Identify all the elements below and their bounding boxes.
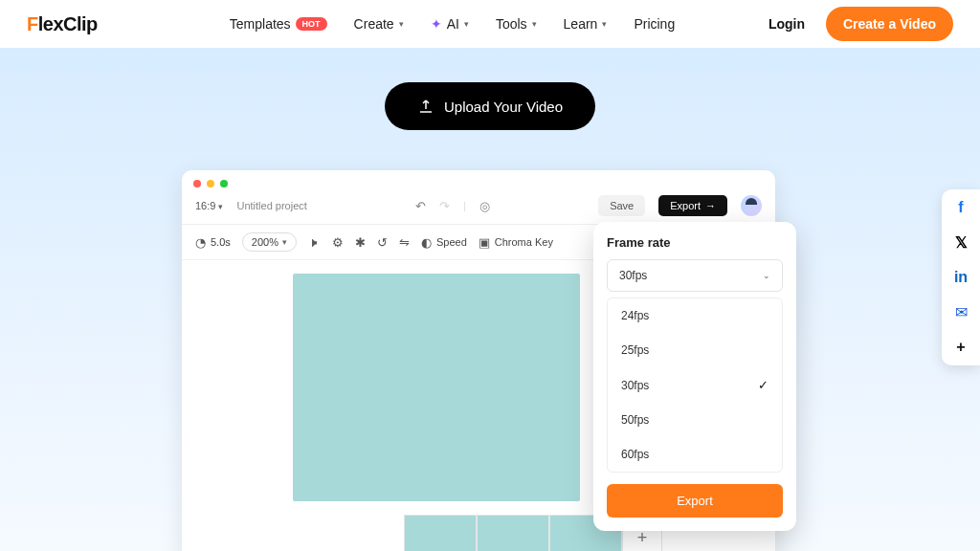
nav-menu: Templates HOT Create ▾ ✦ AI ▾ Tools ▾ Le… — [230, 16, 675, 32]
speed-control[interactable]: ◐Speed — [421, 235, 467, 250]
chevron-down-icon: ▾ — [602, 19, 607, 29]
timeline-clip[interactable] — [477, 515, 549, 551]
frame-rate-option[interactable]: 50fps — [608, 403, 782, 437]
editor-topbar: 16:9 ▾ Untitled project ↶ ↷ | ◎ Save Exp… — [182, 189, 775, 225]
chevron-down-icon: ▾ — [464, 19, 469, 29]
nav-create-label: Create — [354, 16, 394, 32]
save-button[interactable]: Save — [598, 195, 645, 216]
filter-icon[interactable]: ⚙ — [332, 235, 344, 250]
frame-rate-options: 24fps25fps30fps✓50fps60fps — [607, 298, 783, 473]
email-icon[interactable]: ✉ — [955, 303, 968, 321]
nav-pricing-label: Pricing — [634, 16, 675, 32]
export-button[interactable]: Export→ — [658, 195, 727, 216]
volume-icon[interactable]: 🕨 — [308, 235, 321, 250]
frame-rate-option[interactable]: 30fps✓ — [608, 367, 782, 403]
max-dot-icon — [220, 180, 228, 187]
nav-tools-label: Tools — [496, 16, 527, 32]
frame-rate-option[interactable]: 24fps — [608, 298, 782, 333]
window-traffic-lights — [182, 170, 775, 189]
nav-ai-label: AI — [447, 16, 459, 32]
logo[interactable]: FlexClip — [27, 13, 98, 35]
top-nav: FlexClip Templates HOT Create ▾ ✦ AI ▾ T… — [0, 0, 980, 48]
nav-create[interactable]: Create ▾ — [354, 16, 404, 32]
target-icon[interactable]: ◎ — [479, 199, 490, 213]
frame-rate-selected: 30fps — [619, 269, 647, 282]
frame-rate-title: Frame rate — [607, 235, 783, 250]
timeline-clip[interactable] — [404, 515, 477, 551]
nav-templates-label: Templates — [230, 16, 291, 32]
login-link[interactable]: Login — [768, 16, 805, 32]
logo-text: lexClip — [38, 13, 98, 34]
export-button-label: Export — [670, 200, 701, 211]
frame-rate-option[interactable]: 60fps — [608, 437, 782, 472]
duration-control[interactable]: ◔5.0s — [195, 235, 231, 250]
chevron-down-icon: ▾ — [532, 19, 537, 29]
nav-pricing[interactable]: Pricing — [634, 16, 675, 32]
chevron-down-icon: ▾ — [218, 202, 223, 211]
popover-export-button[interactable]: Export — [607, 484, 783, 518]
adjust-icon[interactable]: ✱ — [355, 235, 366, 250]
video-canvas[interactable] — [293, 274, 580, 501]
chroma-key-label: Chroma Key — [495, 236, 553, 248]
gauge-icon: ◐ — [421, 235, 432, 250]
redo-icon[interactable]: ↷ — [439, 199, 450, 213]
duration-value: 5.0s — [211, 236, 231, 248]
rotate-left-icon[interactable]: ↺ — [377, 235, 388, 250]
linkedin-icon[interactable]: in — [954, 269, 968, 286]
aspect-ratio-label: 16:9 — [195, 200, 215, 211]
nav-tools[interactable]: Tools ▾ — [496, 16, 537, 32]
min-dot-icon — [207, 180, 214, 187]
person-icon: ▣ — [479, 235, 490, 250]
sparkle-icon: ✦ — [431, 16, 442, 32]
zoom-control[interactable]: 200%▾ — [242, 232, 297, 252]
project-title[interactable]: Untitled project — [236, 200, 306, 211]
undo-icon[interactable]: ↶ — [415, 199, 426, 213]
upload-video-label: Upload Your Video — [444, 99, 563, 115]
aspect-ratio-selector[interactable]: 16:9 ▾ — [195, 200, 223, 211]
frame-rate-option[interactable]: 25fps — [608, 333, 782, 367]
nav-learn-label: Learn — [564, 16, 598, 32]
avatar[interactable] — [741, 195, 762, 216]
nav-ai[interactable]: ✦ AI ▾ — [431, 16, 469, 32]
flip-icon[interactable]: ⇋ — [399, 235, 410, 250]
facebook-icon[interactable]: f — [958, 199, 963, 216]
speed-label: Speed — [436, 236, 467, 248]
chevron-down-icon: ▾ — [399, 19, 404, 29]
create-video-button[interactable]: Create a Video — [826, 7, 953, 41]
x-twitter-icon[interactable]: 𝕏 — [955, 233, 968, 252]
more-share-icon[interactable]: + — [956, 339, 965, 356]
arrow-right-icon: → — [705, 200, 716, 211]
zoom-value: 200% — [252, 236, 278, 248]
hero-section: Upload Your Video 16:9 ▾ Untitled projec… — [0, 48, 980, 551]
upload-icon — [417, 98, 434, 115]
share-rail: f 𝕏 in ✉ + — [942, 189, 980, 365]
stopwatch-icon: ◔ — [195, 235, 206, 250]
nav-templates[interactable]: Templates HOT — [230, 16, 327, 32]
upload-video-button[interactable]: Upload Your Video — [385, 82, 595, 130]
nav-learn[interactable]: Learn ▾ — [564, 16, 608, 32]
frame-rate-popover: Frame rate 30fps ⌄ 24fps25fps30fps✓50fps… — [593, 222, 796, 531]
chevron-down-icon: ⌄ — [763, 271, 770, 280]
chevron-down-icon: ▾ — [282, 237, 287, 247]
hot-badge: HOT — [296, 17, 327, 31]
chroma-key-control[interactable]: ▣Chroma Key — [479, 235, 553, 250]
check-icon: ✓ — [758, 378, 768, 392]
close-dot-icon — [193, 180, 201, 187]
frame-rate-select[interactable]: 30fps ⌄ — [607, 259, 783, 292]
